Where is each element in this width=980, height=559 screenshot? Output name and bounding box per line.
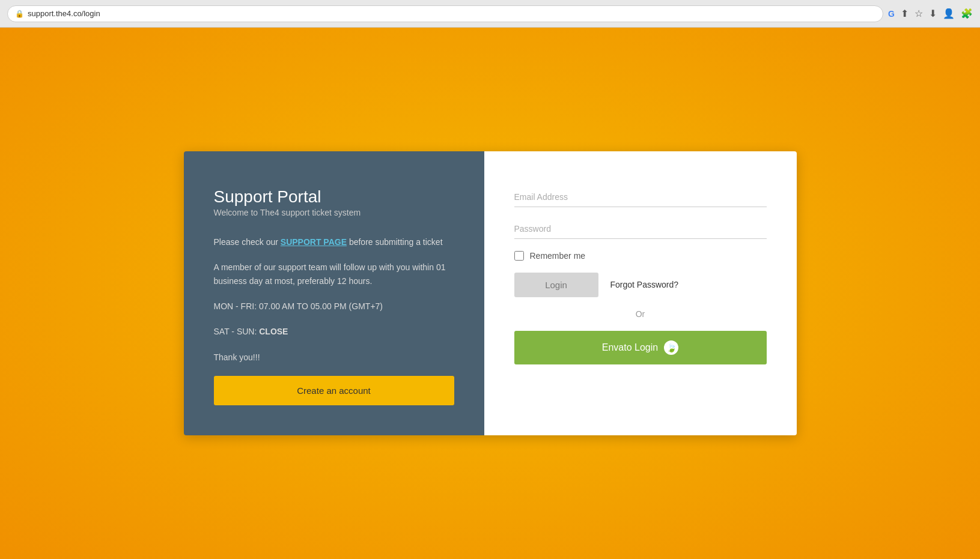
browser-icons: G ⬆ ☆ ⬇ 👤 🧩 — [888, 8, 973, 19]
login-card: Support Portal Welcome to The4 support t… — [184, 151, 797, 435]
google-icon[interactable]: G — [888, 9, 895, 19]
followup-text: A member of our support team will follow… — [214, 261, 454, 288]
text1-suffix: before submitting a ticket — [347, 237, 443, 247]
support-page-link[interactable]: SUPPORT PAGE — [281, 237, 347, 247]
portal-title: Support Portal — [214, 187, 454, 207]
address-bar[interactable]: 🔒 support.the4.co/login — [7, 5, 883, 22]
create-account-button[interactable]: Create an account — [214, 376, 454, 405]
envato-login-button[interactable]: Envato Login 🍃 — [514, 331, 767, 364]
envato-btn-label: Envato Login — [602, 342, 658, 353]
email-input[interactable] — [514, 187, 767, 207]
weekend-prefix: SAT - SUN: — [214, 327, 260, 336]
login-button[interactable]: Login — [514, 273, 598, 297]
portal-subtitle: Welcome to The4 support ticket system — [214, 208, 454, 217]
weekend-text: SAT - SUN: CLOSE — [214, 325, 454, 338]
share-icon[interactable]: ⬆ — [901, 8, 908, 19]
remember-me-label: Remember me — [530, 251, 586, 261]
lock-icon: 🔒 — [15, 10, 24, 18]
remember-me-row: Remember me — [514, 251, 767, 261]
forgot-password-link[interactable]: Forgot Password? — [610, 280, 679, 289]
extensions-icon[interactable]: 🧩 — [961, 8, 973, 19]
login-row: Login Forgot Password? — [514, 273, 767, 297]
thankyou-text: Thank you!!! — [214, 351, 454, 364]
envato-leaf-icon: 🍃 — [664, 340, 678, 355]
password-input[interactable] — [514, 219, 767, 239]
remember-me-checkbox[interactable] — [514, 251, 524, 261]
support-page-text: Please check our SUPPORT PAGE before sub… — [214, 235, 454, 249]
left-panel: Support Portal Welcome to The4 support t… — [184, 151, 484, 435]
or-divider: Or — [514, 309, 767, 319]
download-icon[interactable]: ⬇ — [929, 8, 937, 19]
url-text: support.the4.co/login — [28, 9, 100, 18]
browser-chrome: 🔒 support.the4.co/login G ⬆ ☆ ⬇ 👤 🧩 — [0, 0, 980, 28]
profile-icon[interactable]: 👤 — [943, 8, 955, 19]
hours-text: MON - FRI: 07.00 AM TO 05.00 PM (GMT+7) — [214, 300, 454, 313]
text1-prefix: Please check our — [214, 237, 281, 247]
page-content: Support Portal Welcome to The4 support t… — [0, 28, 980, 559]
bookmark-icon[interactable]: ☆ — [915, 8, 923, 19]
right-panel: Remember me Login Forgot Password? Or En… — [484, 151, 797, 435]
close-bold: CLOSE — [259, 327, 288, 336]
